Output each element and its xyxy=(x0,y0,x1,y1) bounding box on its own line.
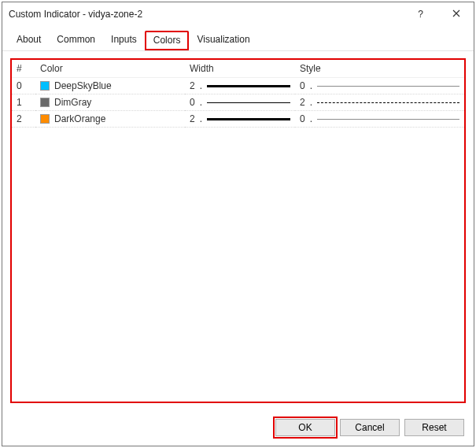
color-swatch-icon xyxy=(40,81,50,91)
table-row[interactable]: 0 DeepSkyBlue 2. xyxy=(12,78,464,94)
width-preview-icon xyxy=(207,85,290,87)
color-name: DimGray xyxy=(54,97,91,108)
style-preview-icon xyxy=(317,102,459,103)
cell-color[interactable]: DimGray xyxy=(35,94,185,111)
tab-colors[interactable]: Colors xyxy=(145,31,190,50)
col-header-style[interactable]: Style xyxy=(295,60,464,78)
tab-colors-panel: # Color Width Style 0 DeepS xyxy=(2,50,474,411)
col-header-index[interactable]: # xyxy=(12,60,35,78)
colors-table-highlight: # Color Width Style 0 DeepS xyxy=(10,58,466,403)
cell-width[interactable]: 0. xyxy=(185,94,295,111)
window-title: Custom Indicator - vidya-zone-2 xyxy=(9,9,403,20)
col-header-color[interactable]: Color xyxy=(35,60,185,78)
cell-color[interactable]: DarkOrange xyxy=(35,111,185,128)
reset-button[interactable]: Reset xyxy=(404,419,464,436)
cell-style[interactable]: 0. xyxy=(295,78,464,94)
style-value: 0 xyxy=(300,113,305,124)
style-preview-icon xyxy=(317,119,459,120)
cancel-button[interactable]: Cancel xyxy=(340,419,400,436)
col-header-width[interactable]: Width xyxy=(185,60,295,78)
close-icon xyxy=(452,9,460,20)
table-row[interactable]: 1 DimGray 0. xyxy=(12,94,464,111)
tab-visualization[interactable]: Visualization xyxy=(189,31,257,50)
ok-button[interactable]: OK xyxy=(275,419,335,436)
tab-common[interactable]: Common xyxy=(49,31,103,50)
tab-inputs[interactable]: Inputs xyxy=(103,31,145,50)
width-value: 0 xyxy=(190,97,195,108)
width-value: 2 xyxy=(190,80,195,91)
cell-style[interactable]: 0. xyxy=(295,111,464,128)
table-row[interactable]: 2 DarkOrange 2. xyxy=(12,111,464,128)
width-preview-icon xyxy=(207,102,290,103)
close-button[interactable] xyxy=(438,2,474,26)
cell-width[interactable]: 2. xyxy=(185,111,295,128)
width-preview-icon xyxy=(207,118,290,120)
style-value: 2 xyxy=(300,97,305,108)
cell-width[interactable]: 2. xyxy=(185,78,295,94)
help-button[interactable]: ? xyxy=(403,2,438,26)
titlebar-buttons: ? xyxy=(403,2,474,26)
tab-strip: About Common Inputs Colors Visualization xyxy=(2,26,474,51)
tab-about[interactable]: About xyxy=(9,31,49,50)
style-preview-icon xyxy=(317,86,459,87)
cell-style[interactable]: 2. xyxy=(295,94,464,111)
cell-index: 0 xyxy=(12,78,35,94)
style-value: 0 xyxy=(300,80,305,91)
color-name: DarkOrange xyxy=(54,113,105,124)
color-swatch-icon xyxy=(40,114,50,124)
dialog-footer: OK Cancel Reset xyxy=(2,411,474,446)
cell-index: 1 xyxy=(12,94,35,111)
color-swatch-icon xyxy=(40,98,50,107)
dialog-window: Custom Indicator - vidya-zone-2 ? About … xyxy=(2,2,474,446)
help-icon: ? xyxy=(418,9,423,20)
width-value: 2 xyxy=(190,113,195,124)
colors-table: # Color Width Style 0 DeepS xyxy=(12,60,464,128)
titlebar: Custom Indicator - vidya-zone-2 ? xyxy=(2,2,474,26)
cell-color[interactable]: DeepSkyBlue xyxy=(35,78,185,94)
cell-index: 2 xyxy=(12,111,35,128)
color-name: DeepSkyBlue xyxy=(54,80,112,91)
